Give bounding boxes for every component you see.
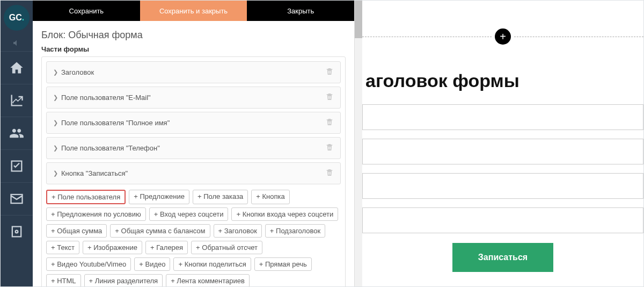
add-element-button[interactable]: + Кнопка [251, 190, 289, 204]
left-sidebar: GC. [1, 1, 33, 286]
part-label: Кнопка "Записаться" [61, 169, 325, 177]
form-inputs [362, 104, 643, 233]
chart-icon[interactable] [1, 84, 33, 117]
add-element-button[interactable]: + Видео [134, 257, 170, 271]
delete-icon[interactable] [325, 92, 334, 103]
editor-panel: Сохранить Сохранить и закрыть Закрыть Бл… [33, 1, 355, 286]
save-button[interactable]: Сохранить [33, 1, 140, 21]
app-root: GC. Сохранить Сохранит [0, 0, 644, 287]
brand-logo[interactable]: GC. [4, 5, 30, 31]
part-row[interactable]: ❯Заголовок [46, 61, 341, 83]
part-label: Поле пользователя "Полное имя" [61, 119, 325, 127]
form-title: аголовок формы [362, 70, 643, 91]
add-element-button[interactable]: + Обратный отсчет [191, 241, 262, 254]
add-element-button[interactable]: + Прямая речь [254, 257, 312, 271]
chevron-right-icon: ❯ [53, 170, 58, 177]
chevron-right-icon: ❯ [53, 94, 58, 101]
part-label: Поле пользователя "E-Mail" [61, 94, 325, 102]
save-and-close-button[interactable]: Сохранить и закрыть [140, 1, 247, 21]
parts-label: Части формы [41, 45, 346, 53]
form-input[interactable] [362, 207, 643, 233]
add-element-button[interactable]: + Предложение [129, 190, 189, 204]
add-buttons-container: + Поле пользователя+ Предложение+ Поле з… [46, 190, 341, 286]
logo-text: GC [9, 13, 22, 23]
scrollbar-thumb[interactable] [355, 1, 362, 38]
delete-icon[interactable] [325, 168, 334, 178]
part-label: Заголовок [61, 68, 325, 76]
add-element-button[interactable]: + Общая сумма [46, 224, 107, 238]
add-element-button[interactable]: + Заголовок [214, 224, 262, 238]
group-icon[interactable] [1, 117, 33, 149]
submit-button[interactable]: Записаться [452, 243, 553, 272]
add-element-button[interactable]: + Поле пользователя [46, 190, 126, 204]
part-row[interactable]: ❯Поле пользователя "Полное имя" [46, 112, 341, 134]
delete-icon[interactable] [325, 143, 334, 153]
add-element-button[interactable]: + HTML [46, 274, 81, 286]
check-icon[interactable] [1, 150, 33, 182]
panel-body: Блок: Обычная форма Части формы ❯Заголов… [33, 21, 354, 286]
chevron-right-icon: ❯ [53, 145, 58, 152]
delete-icon[interactable] [325, 67, 334, 77]
parts-list: ❯Заголовок❯Поле пользователя "E-Mail"❯По… [46, 61, 341, 184]
editor-scrollbar[interactable] [355, 1, 362, 286]
add-element-button[interactable]: + Изображение [83, 241, 142, 254]
add-element-button[interactable]: + Кнопки поделиться [173, 257, 251, 271]
add-section-button[interactable]: + [495, 28, 511, 45]
add-element-button[interactable]: + Галерея [145, 241, 188, 254]
add-element-button[interactable]: + Лента комментариев [166, 274, 250, 286]
delete-icon[interactable] [325, 118, 334, 128]
logo-dot: . [22, 13, 24, 23]
add-element-button[interactable]: + Подзаголовок [265, 224, 325, 238]
add-element-button[interactable]: + Линия разделителя [84, 274, 163, 286]
form-input[interactable] [362, 104, 643, 130]
close-button[interactable]: Закрыть [247, 1, 354, 21]
mail-icon[interactable] [1, 183, 33, 215]
chevron-right-icon: ❯ [53, 69, 58, 76]
part-row[interactable]: ❯Поле пользователя "E-Mail" [46, 87, 341, 109]
add-element-button[interactable]: + Предложения по условию [46, 207, 146, 221]
form-input[interactable] [362, 173, 643, 199]
part-label: Поле пользователя "Телефон" [61, 144, 325, 152]
part-row[interactable]: ❯Кнопка "Записаться" [46, 162, 341, 184]
parts-container: ❯Заголовок❯Поле пользователя "E-Mail"❯По… [41, 56, 346, 286]
add-element-button[interactable]: + Кнопки входа через соцсети [231, 207, 338, 221]
sound-icon[interactable] [1, 35, 33, 51]
add-element-button[interactable]: + Вход через соцсети [149, 207, 229, 221]
block-title: Блок: Обычная форма [41, 30, 346, 41]
home-icon[interactable] [1, 52, 33, 84]
add-element-button[interactable]: + Видео Youtube/Vimeo [46, 257, 131, 271]
add-element-button[interactable]: + Общая сумма с балансом [110, 224, 210, 238]
preview-area: + аголовок формы Записаться [362, 1, 643, 286]
add-element-button[interactable]: + Поле заказа [193, 190, 248, 204]
chevron-right-icon: ❯ [53, 119, 58, 126]
add-element-button[interactable]: + Текст [46, 241, 79, 254]
part-row[interactable]: ❯Поле пользователя "Телефон" [46, 137, 341, 159]
form-input[interactable] [362, 139, 643, 164]
action-bar: Сохранить Сохранить и закрыть Закрыть [33, 1, 354, 21]
safe-icon[interactable] [1, 216, 33, 248]
add-section-divider: + [362, 28, 643, 45]
